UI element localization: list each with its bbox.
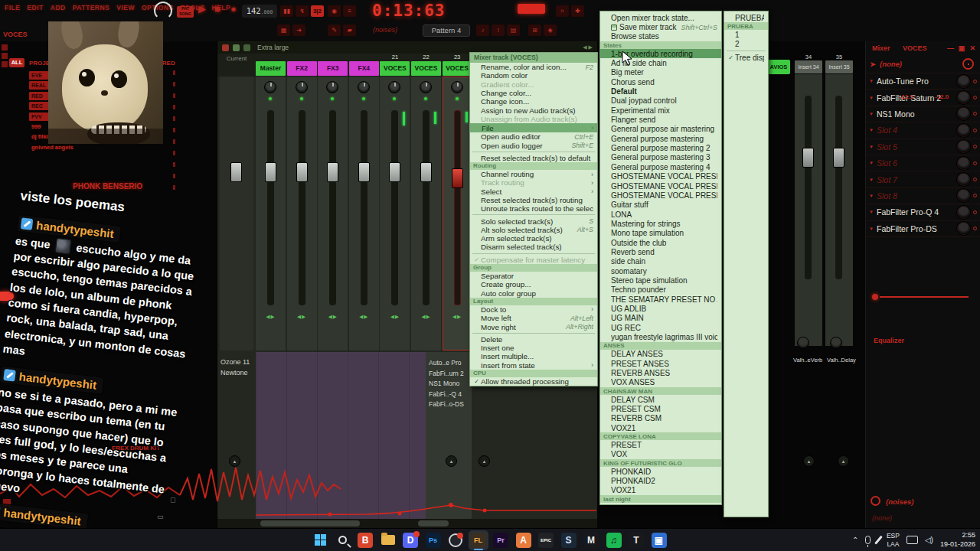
slot-arrow-icon[interactable]: ▾ <box>866 127 877 133</box>
menu-item[interactable]: ✓Allow threaded processing <box>470 377 597 386</box>
stereo-sep-arrows[interactable]: ◀▶ <box>411 314 441 320</box>
photos-icon[interactable]: ▣ <box>649 530 669 550</box>
fader-track[interactable] <box>454 110 461 305</box>
recorder-icon[interactable] <box>446 530 466 550</box>
menu-item[interactable]: Open audio editorCtrl+E <box>470 132 597 141</box>
discord-icon[interactable]: D <box>400 530 420 550</box>
menu-item[interactable]: Insert one <box>470 344 597 352</box>
menu-item[interactable]: Alt solo selected track(s)Alt+S <box>470 226 597 234</box>
menu-item[interactable]: soomatary <box>600 266 721 276</box>
mixer-scrollbar[interactable] <box>217 519 597 528</box>
stop-button[interactable]: ■ <box>214 3 220 15</box>
strip-body[interactable]: ◀▶ <box>287 77 317 350</box>
menu-item[interactable]: Create group... <box>470 280 597 289</box>
menu-item[interactable]: GHOSTEMANE VOCAL PRESET <box>600 172 721 181</box>
mixer-size-label[interactable]: Extra large <box>257 44 289 51</box>
slot-arrow-icon[interactable]: ▾ <box>866 78 877 84</box>
mixer-strip-voces-22[interactable]: 22VOCES◀▶ <box>411 54 441 352</box>
speaker-icon[interactable]: ◁) <box>925 536 933 544</box>
slot-plugin-name[interactable]: FabFilter Pro-DS <box>877 224 957 233</box>
slot-enable-toggle[interactable] <box>973 96 977 99</box>
stereo-sep-arrows[interactable]: ◀▶ <box>256 314 286 320</box>
slot-mix-knob[interactable] <box>957 206 970 219</box>
plugin-name[interactable]: FabFi..urn 2 <box>426 369 472 380</box>
slot-mix-knob[interactable] <box>957 157 970 170</box>
play-button[interactable]: ▶ <box>198 3 206 15</box>
slot-arrow-icon[interactable]: ▾ <box>866 111 877 117</box>
strip-name[interactable]: Insert 34 <box>795 60 822 73</box>
photoshop-icon[interactable]: Ps <box>423 530 443 550</box>
pan-knob[interactable] <box>264 81 276 93</box>
menu-item[interactable]: PHONKAID <box>600 467 721 476</box>
slot-enable-toggle[interactable] <box>973 112 977 116</box>
pan-knob[interactable] <box>296 81 308 93</box>
mixer-scroll-arrows[interactable]: ◀ ▶ <box>583 44 593 51</box>
step-edit-icon[interactable]: ≡ <box>343 5 356 17</box>
menu-item[interactable]: Move leftAlt+Left <box>470 314 597 322</box>
fl-logo-spinner-icon[interactable] <box>154 2 172 20</box>
strip-body[interactable]: ◀▶ <box>318 77 348 350</box>
strip-body[interactable]: ◀▶ <box>380 77 410 350</box>
slot-enable-toggle[interactable] <box>973 178 977 181</box>
slot-plugin-name[interactable]: Slot 7 <box>877 175 957 184</box>
pat-song-switch[interactable]: PATSONG <box>177 6 194 18</box>
menu-item[interactable]: Disarm selected track(s) <box>470 243 597 251</box>
steam-icon[interactable]: S <box>559 530 579 550</box>
channel-button[interactable]: gnivned angels <box>29 143 93 152</box>
fader-track[interactable] <box>361 110 368 305</box>
minimize-icon[interactable]: — <box>947 44 954 52</box>
menu-item[interactable]: UG REC <box>600 323 721 332</box>
fader-track[interactable] <box>329 110 336 305</box>
menu-item[interactable]: GHOSTEMANE VOCAL PRESET DELAY <box>600 181 721 191</box>
plugin-name[interactable]: Newtone <box>220 367 250 378</box>
record-button[interactable]: ● <box>230 3 237 15</box>
slot-enable-toggle[interactable] <box>973 145 977 148</box>
slot-plugin-name[interactable]: Slot 8 <box>877 191 957 201</box>
menu-item[interactable]: 1 <box>724 30 768 39</box>
menubar-item-edit[interactable]: EDIT <box>27 4 43 11</box>
current-track-strip[interactable] <box>220 77 253 350</box>
menu-item[interactable]: General purpose mastering 4 <box>600 162 721 171</box>
channel-rack-icon[interactable]: ⊞ <box>528 24 541 36</box>
menu-item[interactable]: Track routing› <box>470 178 597 187</box>
slot-mix-knob[interactable] <box>957 140 970 153</box>
fl-studio-icon[interactable]: FL <box>469 530 488 550</box>
strip-name[interactable]: VOCES <box>411 61 441 76</box>
slot-mix-knob[interactable] <box>957 107 970 120</box>
tempo-display[interactable]: 142.000 <box>242 5 277 18</box>
rack-slot-fabfilter-saturn-2[interactable]: ▾FabFilter Saturn 2 <box>866 90 980 106</box>
fader-handle[interactable] <box>296 162 308 182</box>
fader-handle[interactable] <box>327 162 338 182</box>
slot-plugin-name[interactable]: Slot 4 <box>877 126 957 135</box>
slot-plugin-name[interactable]: Slot 5 <box>877 142 957 152</box>
slot-enable-toggle[interactable] <box>973 129 977 132</box>
menu-item[interactable]: Auto color group <box>470 289 597 298</box>
mixer-strip-master[interactable]: Master◀▶ <box>256 54 286 352</box>
plugin-name[interactable]: Auto..e Pro <box>426 358 472 369</box>
slot-arrow-icon[interactable]: ▾ <box>866 95 877 101</box>
fader-track[interactable] <box>391 110 398 305</box>
menu-item[interactable]: PRESET CSM <box>600 404 721 413</box>
power-button[interactable] <box>962 58 974 70</box>
loop-record-icon[interactable]: ◉ <box>328 5 341 17</box>
menu-item[interactable]: Chorus send <box>600 77 721 86</box>
menubar-item-file[interactable]: FILE <box>5 4 20 11</box>
send-knob[interactable] <box>797 337 809 349</box>
menu-item[interactable]: Dock to› <box>470 305 597 314</box>
typing-keyboard-icon[interactable]: ⌗ <box>556 5 569 17</box>
menu-item[interactable]: Move rightAlt+Right <box>470 322 597 331</box>
menu-item[interactable]: Browse states <box>600 32 721 41</box>
plugin-name[interactable]: FabFi..o-DS <box>426 399 472 410</box>
menu-item[interactable]: yugan freestyle lagrimas III voice prese… <box>600 332 721 341</box>
mixer-strip-fx2[interactable]: FX2◀▶ <box>287 54 317 352</box>
wait-input-icon[interactable]: ↯ <box>296 5 309 17</box>
mixer-strip-fx4[interactable]: FX4◀▶ <box>349 54 379 352</box>
fader-handle[interactable] <box>389 162 400 182</box>
menu-item[interactable]: DELAY ANSES <box>600 350 721 359</box>
epic-games-icon[interactable]: EPIC <box>536 530 556 550</box>
menubar-item-patterns[interactable]: PATTERNS <box>73 4 110 11</box>
menu-item[interactable]: PRESET ANSES <box>600 359 721 368</box>
menu-item[interactable]: Mono tape simulation <box>600 229 721 238</box>
pattern-selector[interactable]: Pattern 4 <box>423 24 470 37</box>
strip-name[interactable]: FX4 <box>349 61 379 76</box>
